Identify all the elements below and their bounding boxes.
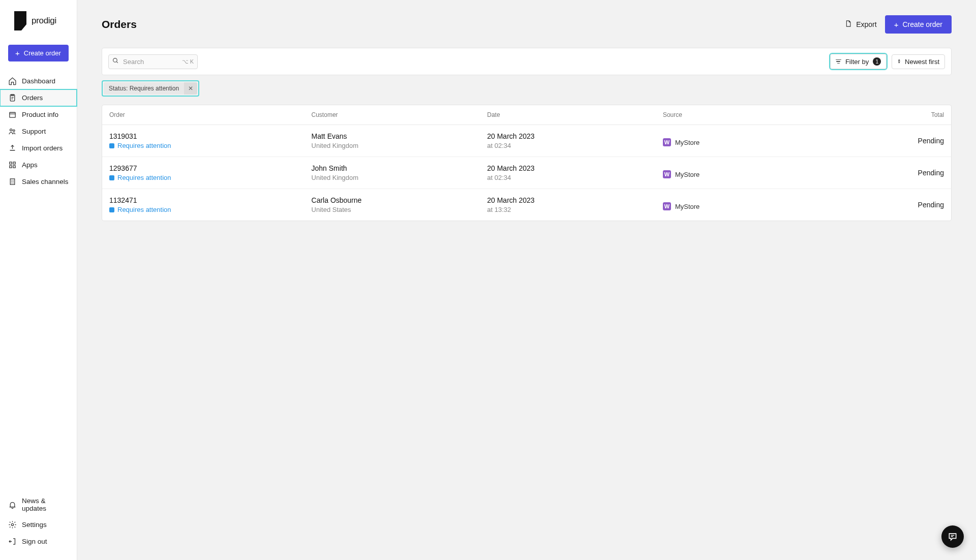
order-status: Requires attention bbox=[109, 142, 312, 149]
search-wrap: ⌥ K bbox=[108, 54, 198, 69]
order-id: 1293677 bbox=[109, 164, 312, 172]
source-name: MyStore bbox=[675, 203, 699, 210]
sidebar-item-label: Sales channels bbox=[22, 178, 69, 185]
create-order-button[interactable]: + Create order bbox=[885, 15, 952, 34]
table-row[interactable]: 1132471 Requires attention Carla Osbourn… bbox=[102, 189, 951, 221]
filter-chip-close-button[interactable]: ✕ bbox=[184, 82, 197, 95]
sidebar-footer: News & updates Settings Sign out bbox=[0, 493, 77, 560]
sidebar-item-signout[interactable]: Sign out bbox=[0, 533, 77, 550]
customer-cell: Carla Osbourne United States bbox=[312, 196, 487, 213]
logo-mark-icon bbox=[14, 11, 26, 30]
sidebar-item-import-orders[interactable]: Import orders bbox=[0, 140, 77, 157]
sidebar-item-label: Orders bbox=[22, 94, 43, 102]
status-label: Requires attention bbox=[117, 142, 171, 149]
building-icon bbox=[8, 177, 17, 186]
order-time: at 02:34 bbox=[487, 142, 663, 149]
clipboard-icon bbox=[8, 94, 17, 102]
home-icon bbox=[8, 77, 17, 85]
col-order: Order bbox=[109, 111, 312, 118]
filter-chip-row: Status: Requires attention ✕ bbox=[102, 80, 952, 97]
source-name: MyStore bbox=[675, 139, 699, 146]
document-icon bbox=[844, 20, 852, 29]
date-cell: 20 March 2023 at 13:32 bbox=[487, 196, 663, 213]
source-cell: W MyStore bbox=[663, 135, 856, 146]
order-time: at 02:34 bbox=[487, 174, 663, 181]
order-id: 1319031 bbox=[109, 132, 312, 140]
status-dot-icon bbox=[109, 143, 114, 148]
customer-name: Carla Osbourne bbox=[312, 196, 487, 204]
brand-name: prodigi bbox=[32, 16, 56, 26]
svg-rect-8 bbox=[10, 166, 12, 168]
sidebar-item-support[interactable]: Support bbox=[0, 123, 77, 140]
source-badge-icon: W bbox=[663, 202, 671, 210]
status-label: Requires attention bbox=[117, 174, 171, 181]
status-dot-icon bbox=[109, 207, 114, 212]
sidebar-create-order-button[interactable]: + Create order bbox=[8, 45, 69, 61]
chat-widget-button[interactable] bbox=[941, 525, 964, 548]
svg-point-4 bbox=[10, 129, 12, 131]
sidebar-item-news[interactable]: News & updates bbox=[0, 493, 77, 516]
page-header: Orders Export + Create order bbox=[102, 15, 952, 34]
upload-icon bbox=[8, 144, 17, 152]
header-actions: Export + Create order bbox=[844, 15, 952, 34]
sidebar-item-label: Sign out bbox=[22, 538, 47, 545]
table-row[interactable]: 1293677 Requires attention John Smith Un… bbox=[102, 157, 951, 189]
sort-button[interactable]: ▲▼ Newest first bbox=[892, 54, 945, 69]
svg-rect-9 bbox=[13, 166, 15, 168]
filter-by-button[interactable]: Filter by 1 bbox=[830, 54, 887, 69]
sidebar-item-sales-channels[interactable]: Sales channels bbox=[0, 173, 77, 190]
sidebar-item-settings[interactable]: Settings bbox=[0, 516, 77, 533]
table-header: Order Customer Date Source Total bbox=[102, 105, 951, 125]
order-id: 1132471 bbox=[109, 196, 312, 204]
sidebar-item-label: Support bbox=[22, 128, 46, 135]
source-name: MyStore bbox=[675, 171, 699, 178]
people-icon bbox=[8, 127, 17, 136]
search-shortcut: ⌥ K bbox=[182, 58, 194, 65]
order-date: 20 March 2023 bbox=[487, 164, 663, 172]
svg-rect-10 bbox=[10, 179, 15, 184]
grid-icon bbox=[8, 161, 17, 169]
orders-toolbar: ⌥ K Filter by 1 ▲▼ Newest first bbox=[102, 48, 952, 75]
source-cell: W MyStore bbox=[663, 199, 856, 210]
order-cell: 1293677 Requires attention bbox=[109, 164, 312, 181]
main-content: Orders Export + Create order bbox=[77, 0, 976, 560]
filter-chip: Status: Requires attention ✕ bbox=[104, 82, 197, 95]
status-dot-icon bbox=[109, 175, 114, 180]
sidebar-item-label: Dashboard bbox=[22, 77, 55, 85]
sidebar-item-product-info[interactable]: Product info bbox=[0, 106, 77, 123]
source-cell: W MyStore bbox=[663, 167, 856, 178]
box-icon bbox=[8, 110, 17, 119]
sidebar-item-dashboard[interactable]: Dashboard bbox=[0, 73, 77, 89]
total-cell: Pending bbox=[856, 201, 944, 209]
date-cell: 20 March 2023 at 02:34 bbox=[487, 132, 663, 149]
svg-point-12 bbox=[113, 58, 117, 63]
filter-chip-label: Status: Requires attention bbox=[104, 82, 184, 95]
sidebar-item-label: Apps bbox=[22, 161, 38, 169]
order-status: Requires attention bbox=[109, 174, 312, 181]
table-row[interactable]: 1319031 Requires attention Matt Evans Un… bbox=[102, 125, 951, 157]
create-label: Create order bbox=[902, 20, 942, 28]
sidebar-item-label: Settings bbox=[22, 521, 47, 528]
customer-country: United States bbox=[312, 206, 487, 213]
sidebar-item-apps[interactable]: Apps bbox=[0, 157, 77, 173]
order-status: Requires attention bbox=[109, 206, 312, 213]
svg-point-11 bbox=[11, 523, 13, 525]
filter-icon bbox=[836, 59, 841, 64]
gear-icon bbox=[8, 520, 17, 529]
filter-count-badge: 1 bbox=[873, 57, 881, 66]
sort-label: Newest first bbox=[905, 58, 939, 66]
export-button[interactable]: Export bbox=[844, 20, 876, 29]
sidebar-item-orders[interactable]: Orders bbox=[0, 89, 77, 106]
col-customer: Customer bbox=[312, 111, 487, 118]
sidebar-item-label: News & updates bbox=[22, 497, 69, 512]
total-cell: Pending bbox=[856, 137, 944, 145]
order-cell: 1132471 Requires attention bbox=[109, 196, 312, 213]
col-total: Total bbox=[856, 111, 944, 118]
order-time: at 13:32 bbox=[487, 206, 663, 213]
source-badge-icon: W bbox=[663, 138, 671, 146]
order-date: 20 March 2023 bbox=[487, 196, 663, 204]
sidebar-nav: Dashboard Orders Product info Support bbox=[0, 73, 77, 493]
plus-icon: + bbox=[15, 49, 20, 57]
orders-table: Order Customer Date Source Total 1319031… bbox=[102, 105, 952, 221]
plus-icon: + bbox=[894, 21, 899, 28]
